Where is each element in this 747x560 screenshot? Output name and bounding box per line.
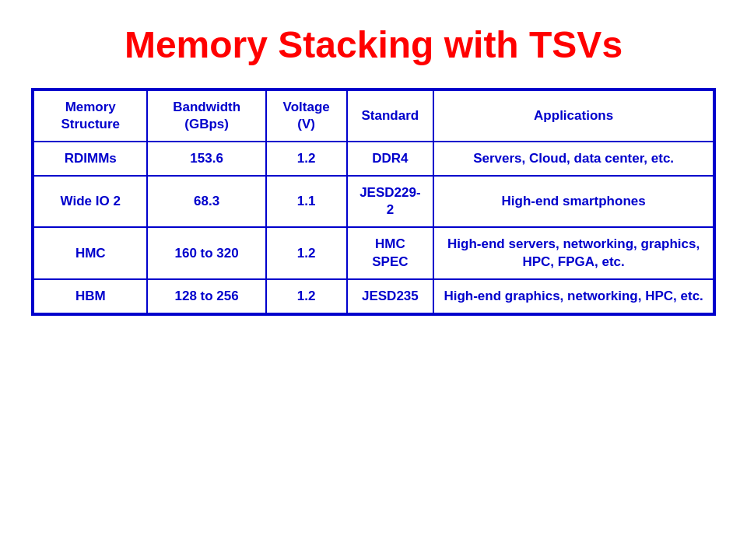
cell-memory_structure-1: Wide IO 2 (33, 176, 147, 227)
col-header-voltage: Voltage (V) (266, 90, 347, 142)
table-row: Wide IO 268.31.1JESD229-2High-end smartp… (33, 176, 714, 227)
cell-voltage-1: 1.1 (266, 176, 347, 227)
cell-applications-3: High-end graphics, networking, HPC, etc. (433, 279, 714, 313)
cell-bandwidth-0: 153.6 (147, 142, 265, 176)
page-title: Memory Stacking with TSVs (31, 23, 716, 66)
col-header-standard: Standard (347, 90, 434, 142)
cell-standard-2: HMC SPEC (347, 227, 434, 278)
table-row: HMC160 to 3201.2HMC SPECHigh-end servers… (33, 227, 714, 278)
cell-standard-1: JESD229-2 (347, 176, 434, 227)
cell-memory_structure-3: HBM (33, 279, 147, 313)
col-header-memory-structure: Memory Structure (33, 90, 147, 142)
table-row: RDIMMs153.61.2DDR4Servers, Cloud, data c… (33, 142, 714, 176)
main-table-container: Memory Structure Bandwidth (GBps) Voltag… (31, 88, 716, 316)
memory-table: Memory Structure Bandwidth (GBps) Voltag… (33, 89, 714, 314)
cell-memory_structure-2: HMC (33, 227, 147, 278)
col-header-applications: Applications (433, 90, 714, 142)
cell-memory_structure-0: RDIMMs (33, 142, 147, 176)
cell-voltage-2: 1.2 (266, 227, 347, 278)
table-row: HBM128 to 2561.2JESD235High-end graphics… (33, 279, 714, 313)
cell-applications-2: High-end servers, networking, graphics, … (433, 227, 714, 278)
cell-standard-3: JESD235 (347, 279, 434, 313)
cell-voltage-3: 1.2 (266, 279, 347, 313)
col-header-bandwidth: Bandwidth (GBps) (147, 90, 265, 142)
cell-bandwidth-3: 128 to 256 (147, 279, 265, 313)
cell-bandwidth-2: 160 to 320 (147, 227, 265, 278)
cell-standard-0: DDR4 (347, 142, 434, 176)
cell-applications-0: Servers, Cloud, data center, etc. (433, 142, 714, 176)
cell-bandwidth-1: 68.3 (147, 176, 265, 227)
cell-voltage-0: 1.2 (266, 142, 347, 176)
table-header-row: Memory Structure Bandwidth (GBps) Voltag… (33, 90, 714, 142)
cell-applications-1: High-end smartphones (433, 176, 714, 227)
